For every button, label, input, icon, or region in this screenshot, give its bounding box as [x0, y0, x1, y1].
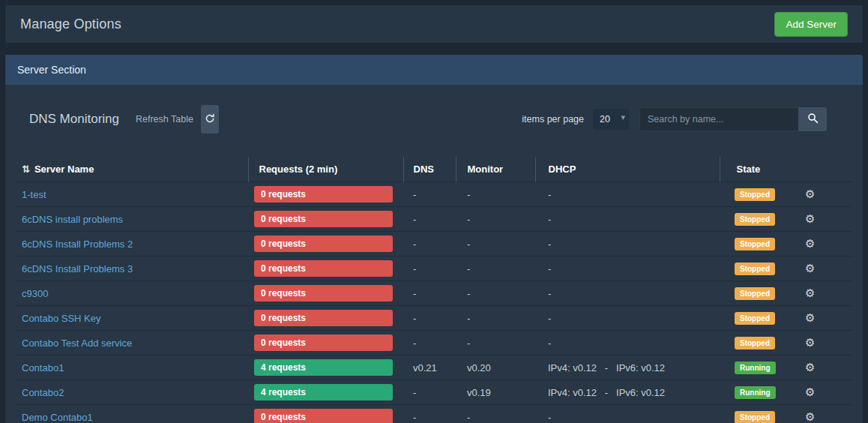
gear-icon[interactable]: ⚙ [805, 410, 815, 423]
actions-cell: ⚙ [789, 306, 852, 331]
dns-monitoring-table: ⇅Server Name Requests (2 min) DNS Monito… [16, 157, 852, 423]
gear-icon[interactable]: ⚙ [805, 386, 815, 399]
chevron-down-icon: ▾ [621, 112, 625, 122]
refresh-button[interactable] [201, 105, 219, 134]
requests-cell: 0 requests [248, 405, 403, 423]
state-badge: Running [735, 362, 776, 374]
dhcp-cell: - [535, 331, 720, 356]
requests-badge: 0 requests [254, 310, 393, 326]
gear-icon[interactable]: ⚙ [805, 361, 815, 374]
gear-icon[interactable]: ⚙ [805, 188, 815, 201]
gear-icon[interactable]: ⚙ [805, 311, 815, 325]
actions-cell: ⚙ [789, 380, 852, 405]
state-cell: Stopped [720, 281, 789, 306]
actions-cell: ⚙ [789, 256, 852, 281]
items-per-page-select[interactable]: 20 ▾ [593, 109, 629, 130]
gear-icon[interactable]: ⚙ [805, 262, 815, 275]
state-cell: Stopped [720, 405, 789, 423]
items-per-page-value: 20 [600, 114, 610, 124]
search-button[interactable] [798, 107, 827, 131]
server-name-cell: 6cDNS install problems [16, 207, 248, 232]
requests-cell: 0 requests [248, 182, 403, 207]
column-header-requests: Requests (2 min) [248, 157, 403, 182]
server-name-cell: Contabo Test Add service [16, 331, 248, 356]
add-server-button[interactable]: Add Server [774, 12, 848, 37]
table-row: Contabo SSH Key 0 requests - - - Stopped… [16, 306, 852, 331]
dns-monitoring-table-wrap: ⇅Server Name Requests (2 min) DNS Monito… [16, 157, 852, 423]
table-header: ⇅Server Name Requests (2 min) DNS Monito… [16, 157, 852, 182]
monitor-cell: v0.20 [456, 356, 535, 380]
state-badge: Stopped [735, 238, 775, 250]
panel-header: Server Section [5, 55, 863, 85]
table-row: Contabo1 4 requests v0.21 v0.20 IPv4: v0… [16, 356, 852, 380]
dhcp-cell: - [535, 182, 720, 207]
server-name-link[interactable]: Contabo2 [22, 387, 64, 398]
dns-cell: - [403, 306, 456, 331]
search-input[interactable] [639, 107, 798, 131]
monitor-cell: v0.19 [456, 380, 535, 405]
server-name-link[interactable]: 6cDNS Install Problems 3 [22, 263, 133, 274]
column-header-server-name[interactable]: ⇅Server Name [16, 157, 248, 182]
monitor-cell: - [456, 306, 535, 331]
server-name-cell: Contabo SSH Key [16, 306, 248, 331]
state-badge: Running [735, 386, 776, 399]
monitor-cell: - [456, 207, 535, 232]
server-name-cell: c9300 [16, 281, 248, 306]
table-row: Contabo2 4 requests - v0.19 IPv4: v0.12 … [16, 380, 852, 405]
column-label-server-name: Server Name [34, 164, 94, 175]
state-badge: Stopped [735, 262, 775, 275]
dns-cell: - [403, 405, 456, 423]
monitor-cell: - [456, 182, 535, 207]
gear-icon[interactable]: ⚙ [805, 212, 815, 226]
requests-badge: 0 requests [254, 409, 393, 423]
actions-cell: ⚙ [789, 356, 852, 380]
actions-cell: ⚙ [789, 281, 852, 306]
gear-icon[interactable]: ⚙ [805, 336, 815, 350]
server-name-link[interactable]: Demo Contabo1 [22, 412, 93, 423]
server-name-link[interactable]: c9300 [22, 288, 48, 299]
requests-cell: 0 requests [248, 281, 403, 306]
topbar: Manage Options Add Server [4, 4, 864, 44]
requests-badge: 0 requests [254, 186, 393, 202]
server-name-link[interactable]: Contabo1 [22, 362, 64, 374]
requests-badge: 4 requests [254, 359, 393, 376]
server-name-link[interactable]: 6cDNS Install Problems 2 [22, 238, 133, 250]
gear-icon[interactable]: ⚙ [805, 237, 815, 250]
actions-cell: ⚙ [789, 331, 852, 356]
state-badge: Stopped [735, 213, 775, 226]
server-name-link[interactable]: Contabo Test Add service [22, 338, 132, 349]
dns-cell: - [403, 281, 456, 306]
table-row: c9300 0 requests - - - Stopped ⚙ [16, 281, 852, 306]
panel-header-title: Server Section [17, 64, 86, 76]
server-name-cell: Contabo1 [16, 356, 248, 380]
dns-cell: - [403, 256, 456, 281]
sort-icon[interactable]: ⇅ [22, 164, 30, 175]
actions-cell: ⚙ [789, 232, 852, 256]
server-name-link[interactable]: 1-test [22, 189, 46, 200]
requests-cell: 0 requests [248, 232, 403, 256]
requests-badge: 0 requests [254, 285, 393, 302]
monitor-cell: - [456, 331, 535, 356]
state-cell: Running [720, 356, 789, 380]
state-cell: Stopped [720, 207, 789, 232]
server-name-cell: 6cDNS Install Problems 2 [16, 232, 248, 256]
table-row: Contabo Test Add service 0 requests - - … [16, 331, 852, 356]
state-cell: Stopped [720, 331, 789, 356]
dns-cell: v0.21 [403, 356, 456, 380]
requests-badge: 0 requests [254, 334, 393, 351]
server-name-link[interactable]: 6cDNS install problems [22, 214, 123, 225]
dhcp-cell: - [535, 281, 720, 306]
state-badge: Stopped [735, 188, 775, 201]
search-icon [807, 112, 819, 126]
column-header-monitor: Monitor [456, 157, 535, 182]
dns-monitoring-title: DNS Monitoring [29, 112, 119, 127]
server-name-link[interactable]: Contabo SSH Key [22, 313, 101, 324]
table-row: 1-test 0 requests - - - Stopped ⚙ [16, 182, 852, 207]
state-badge: Stopped [735, 411, 775, 423]
gear-icon[interactable]: ⚙ [805, 286, 815, 300]
requests-badge: 0 requests [254, 260, 393, 277]
panel-body: DNS Monitoring Refresh Table items per p… [5, 85, 863, 423]
table-row: 6cDNS install problems 0 requests - - - … [16, 207, 852, 232]
monitor-cell: - [456, 256, 535, 281]
server-name-cell: 1-test [16, 182, 248, 207]
